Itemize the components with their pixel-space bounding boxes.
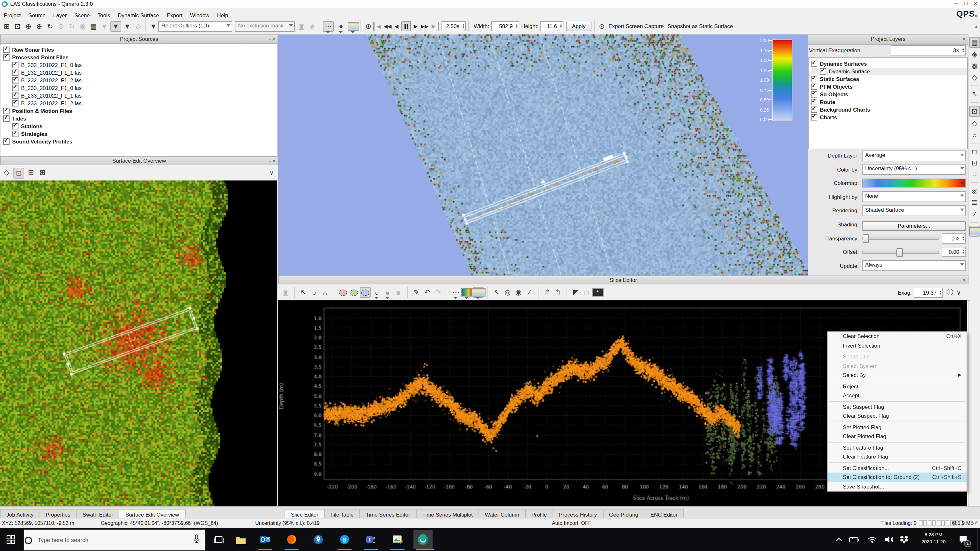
rainbow-palette-icon[interactable]: [473, 287, 484, 298]
close-panel-icon[interactable]: ✕: [962, 278, 966, 283]
close-panel-icon[interactable]: ✕: [962, 37, 966, 41]
dynamic-surface-settings-icon[interactable]: ⊛: [364, 21, 373, 31]
dock-icon[interactable]: ▫: [959, 278, 961, 283]
layers-icon[interactable]: ◈: [970, 50, 979, 59]
taskbar-app-photos-icon[interactable]: [388, 530, 407, 549]
undo-icon[interactable]: ↶: [422, 287, 432, 297]
taskbar-app-teams-icon[interactable]: T: [361, 530, 380, 549]
fit-cube-icon[interactable]: ◇: [970, 73, 979, 82]
tree-item-b-232-201022-f1-1-las[interactable]: ✓B_232_201022_F1_1.las: [3, 69, 277, 76]
width-spinner[interactable]: 582.9▲▼: [491, 21, 519, 31]
tree-item-b-233-201022-f1-1-las[interactable]: ✓B_233_201022_F1_1.las: [3, 92, 277, 100]
menu-item-set-classification-to-ground-2-[interactable]: Set Classification to: Ground (2)Ctrl+Sh…: [827, 473, 967, 482]
tree-item-dynamic-surface[interactable]: ✓Dynamic Surface: [811, 68, 967, 75]
minimize-button[interactable]: –: [952, 0, 961, 8]
checkbox[interactable]: ✓: [811, 114, 817, 121]
fit-mesh-icon[interactable]: ▩: [970, 61, 979, 71]
colormap-preview[interactable]: [862, 179, 966, 187]
grid-lock-icon[interactable]: ▦: [89, 21, 98, 31]
taskbar-app-firefox-icon[interactable]: [282, 530, 301, 549]
save-icon[interactable]: ▣: [281, 287, 290, 297]
zoom-icon[interactable]: ○: [309, 287, 319, 297]
select-reject-icon[interactable]: [338, 287, 348, 297]
taskbar-clock[interactable]: 6:28 PM 2020-11-20: [921, 531, 945, 545]
pane-icon[interactable]: □: [582, 287, 592, 297]
property-dropdown[interactable]: Uncertainty (95% c.l.): [862, 164, 966, 175]
snapshot-static-surface-button[interactable]: Snapshot as Static Surface: [667, 23, 733, 29]
checkbox[interactable]: ✓: [811, 76, 817, 82]
tree-item-sd-objects[interactable]: ✓Sd Objects: [811, 91, 967, 98]
checkbox[interactable]: ✓: [12, 70, 19, 76]
checkbox[interactable]: ✓: [3, 116, 10, 122]
tile-view-icon[interactable]: ⊞: [38, 167, 47, 177]
mask-clear-icon[interactable]: ◈: [307, 21, 317, 31]
battery-icon[interactable]: [849, 534, 860, 545]
property-dropdown[interactable]: Shaded Surface: [862, 205, 966, 216]
scatter-box-icon[interactable]: ⊡: [970, 158, 979, 168]
add-point-file-icon[interactable]: ⊕: [35, 21, 44, 31]
point-size-icon[interactable]: ⋯: [451, 287, 461, 297]
reprocess-icon[interactable]: ↻: [67, 21, 76, 31]
taskbar-app-outlook-icon[interactable]: [255, 530, 274, 549]
tree-item-route[interactable]: ✓Route: [811, 98, 967, 106]
tree-item-b-232-201022-f1-0-las[interactable]: ✓B_232_201022_F1_0.las: [3, 61, 277, 69]
dock-icon[interactable]: ▫: [269, 37, 270, 41]
new-project-icon[interactable]: ⊞: [2, 21, 11, 31]
view-3d-icon[interactable]: ◇: [2, 167, 11, 177]
reload-point-file-icon[interactable]: ↻: [45, 21, 55, 31]
menu-item-reject[interactable]: Reject: [827, 382, 967, 391]
slice-collapse-icon[interactable]: ∨: [957, 289, 961, 295]
checkbox[interactable]: ✓: [811, 84, 817, 90]
checkbox[interactable]: ✓: [12, 77, 19, 84]
select-rect-icon[interactable]: ⊡: [969, 106, 980, 117]
filter-edit-icon[interactable]: ✎: [412, 287, 421, 297]
maximize-button[interactable]: □: [961, 0, 970, 8]
menu-item-clear-feature-flag[interactable]: Clear Feature Flag: [827, 452, 967, 461]
pick-info-icon[interactable]: ↖: [492, 287, 501, 297]
vertical-exaggeration-spinner[interactable]: 3× ▲▼: [891, 45, 966, 56]
checkbox[interactable]: ✓: [811, 99, 817, 105]
camera-icon[interactable]: ●: [593, 287, 602, 297]
menu-item-set-plotted-flag[interactable]: Set Plotted Flag: [827, 422, 967, 432]
select-accept-icon[interactable]: [349, 287, 359, 297]
checkbox[interactable]: ✓: [811, 106, 817, 113]
polygon-select-icon[interactable]: ◇: [134, 21, 143, 31]
tree-item-dynamic-surfaces[interactable]: ✓Dynamic Surfaces: [811, 60, 967, 68]
swath-edit-icon[interactable]: ▼: [100, 21, 109, 31]
property-dropdown[interactable]: Average: [862, 150, 966, 161]
grid-view-icon[interactable]: ▦: [969, 37, 980, 48]
tree-item-stations[interactable]: ✓Stations: [3, 122, 277, 130]
dropbox-icon[interactable]: [898, 534, 910, 545]
checkbox[interactable]: ✓: [3, 54, 10, 60]
measure-icon[interactable]: ∕: [525, 287, 534, 297]
checkbox[interactable]: ✓: [12, 92, 19, 99]
taskbar-app-file-explorer-icon[interactable]: [231, 530, 250, 549]
fast-forward-button[interactable]: ▶▶: [420, 22, 429, 30]
colormap-tool-icon[interactable]: [969, 226, 980, 237]
export-settings-icon[interactable]: ⊛: [597, 21, 606, 31]
color-box-icon[interactable]: [462, 287, 471, 297]
volume-icon[interactable]: [883, 534, 894, 545]
ruler-icon[interactable]: ∕: [970, 209, 979, 219]
dock-icon[interactable]: ▫: [959, 37, 961, 41]
filter-points-icon[interactable]: ▼: [149, 21, 158, 31]
interval-spinner[interactable]: 2.50s ▲▼: [442, 21, 466, 31]
select-points-icon[interactable]: [360, 287, 371, 298]
checkbox[interactable]: ✓: [811, 60, 817, 67]
open-project-icon[interactable]: ⊡: [13, 21, 22, 31]
menu-item-clear-selection[interactable]: Clear SelectionCtrl+X: [827, 332, 967, 341]
surface-overview-map[interactable]: [0, 181, 277, 507]
tree-item-raw-sonar-files[interactable]: ✓Raw Sonar Files: [3, 46, 277, 54]
checkbox[interactable]: ✓: [12, 123, 19, 129]
lasso-select-icon[interactable]: ○: [372, 287, 382, 297]
close-button[interactable]: ✕: [971, 0, 980, 8]
globe-pick-icon[interactable]: ◎: [503, 287, 512, 297]
search-input[interactable]: Type here to search: [24, 529, 205, 551]
processing-settings-icon[interactable]: ⊛: [56, 21, 66, 31]
rotate-left-icon[interactable]: ↰: [553, 287, 563, 297]
select-area-icon[interactable]: ⊡: [13, 167, 24, 178]
toolbar-overflow-button[interactable]: »: [974, 23, 977, 30]
scene-3d-view[interactable]: [278, 35, 808, 275]
collapse-panel-icon[interactable]: ∨: [270, 170, 274, 176]
property-slider[interactable]: [862, 250, 939, 254]
